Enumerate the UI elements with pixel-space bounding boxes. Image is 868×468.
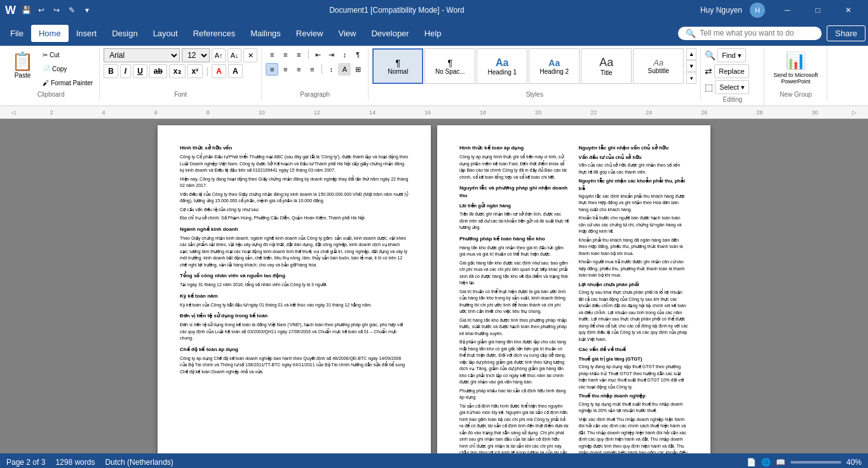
select-button[interactable]: Select ▾ xyxy=(715,80,749,94)
undo-icon[interactable]: ↩ xyxy=(35,4,48,17)
styles-expand[interactable]: ▾ xyxy=(686,72,696,84)
share-button[interactable]: Share xyxy=(827,25,865,41)
strikethrough-button[interactable]: ab xyxy=(149,64,167,78)
replace-button[interactable]: Replace xyxy=(714,64,749,78)
underline-button[interactable]: U xyxy=(133,64,147,78)
ruler-icon: ◁ xyxy=(11,109,16,116)
copy-button[interactable]: 📄 Copy xyxy=(40,62,95,75)
format-painter-button[interactable]: 🖌 Format Painter xyxy=(40,76,95,89)
styles-scroll-up[interactable]: ▲ xyxy=(686,48,696,60)
font-family-select[interactable]: Arial xyxy=(104,48,180,62)
menu-file[interactable]: File xyxy=(3,25,31,42)
decrease-indent-button[interactable]: ⇤ xyxy=(311,48,324,61)
font-size-select[interactable]: 12 xyxy=(182,48,210,62)
line-spacing-button[interactable]: ↕ xyxy=(325,63,337,76)
paragraph-label: Paragraph xyxy=(262,91,368,98)
right-para-7: Bộ phận giảm giá hàng tồn kho được lập c… xyxy=(459,339,569,386)
right-col-heading-5: Các vấn đề về thuế xyxy=(579,346,689,354)
border-button[interactable]: ⊞ xyxy=(351,63,364,76)
bold-button[interactable]: B xyxy=(104,64,118,78)
word-logo-icon: W xyxy=(5,4,16,17)
font-size-increase-button[interactable]: A↑ xyxy=(212,48,226,62)
qat-customize-icon[interactable]: ▾ xyxy=(81,4,93,17)
justify-button[interactable]: ≡ xyxy=(306,63,318,76)
font-size-decrease-button[interactable]: A↓ xyxy=(227,48,241,62)
send-to-ppt-label: Send to MicrosoftPowerPoint xyxy=(773,72,818,85)
left-para-10: Công ty áp dụng Chế độ kế toán doanh ngh… xyxy=(180,355,409,376)
left-para-9: Đơn vị tiền tệ sử dụng trong kế toán là … xyxy=(180,322,409,342)
menu-home[interactable]: Home xyxy=(31,25,69,42)
left-para-8: Kỳ kế toán của Công ty bắt đầu từ ngày 0… xyxy=(180,302,409,309)
style-no-spacing[interactable]: ¶ No Spac... xyxy=(424,48,475,84)
align-right-button[interactable]: ≡ xyxy=(292,63,305,76)
italic-button[interactable]: I xyxy=(120,64,131,78)
menu-review[interactable]: Review xyxy=(288,25,331,42)
minimize-button[interactable]: ─ xyxy=(773,0,802,20)
menu-view[interactable]: View xyxy=(330,25,363,42)
user-avatar: H xyxy=(750,3,765,18)
menu-design[interactable]: Design xyxy=(104,25,145,42)
styles-scroll-down[interactable]: ▼ xyxy=(686,60,696,72)
style-subtitle[interactable]: Aa Subtitle xyxy=(633,48,684,84)
find-button[interactable]: Find ▾ xyxy=(717,48,745,62)
pen-icon[interactable]: ✎ xyxy=(65,4,78,17)
menu-layout[interactable]: Layout xyxy=(146,25,186,42)
right-para-4: Giá gốc hàng tồn kho được xác định như s… xyxy=(459,260,569,287)
styles-label: Styles xyxy=(369,91,700,98)
right-para-3: Hàng tồn kho được ghi nhận theo giá trị … xyxy=(459,245,569,258)
show-marks-button[interactable]: ¶ xyxy=(351,48,364,61)
document-area[interactable]: Hình thức sở hữu vốn Công ty Cổ phần Đầu… xyxy=(0,119,868,453)
subscript-button[interactable]: x₂ xyxy=(169,64,186,78)
menu-insert[interactable]: Insert xyxy=(69,25,105,42)
copy-icon: 📄 xyxy=(43,65,50,72)
format-painter-icon: 🖌 xyxy=(43,79,49,86)
replace-icon: ⇄ xyxy=(705,66,712,76)
menu-mailings[interactable]: Mailings xyxy=(243,25,288,42)
style-heading2[interactable]: Aa Heading 2 xyxy=(529,48,580,84)
paste-icon: 📋 xyxy=(11,51,34,72)
superscript-button[interactable]: x² xyxy=(187,64,203,78)
right-col-para-5: Khoản người mua trả trước được ghi nhận … xyxy=(579,259,689,279)
find-row: 🔍 Find ▾ xyxy=(705,48,749,62)
sort-button[interactable]: ↕ xyxy=(338,48,351,61)
text-color-button[interactable]: A xyxy=(212,64,226,78)
style-heading1[interactable]: Aa Heading 1 xyxy=(477,48,527,84)
multilevel-list-button[interactable]: ≡ xyxy=(292,48,305,61)
right-para-1: Công ty áp dụng hình thức ghi sổ tiền má… xyxy=(459,154,569,181)
clear-format-button[interactable]: ✕ xyxy=(243,48,257,62)
title-bar-center: Document1 [Compatibility Mode] - Word xyxy=(93,6,700,15)
menu-references[interactable]: References xyxy=(186,25,243,42)
right-page-left-col: Hình thức kế toán áp dụng Công ty áp dụn… xyxy=(459,144,569,453)
view-read-icon[interactable]: 📖 xyxy=(776,458,785,467)
paste-button[interactable]: 📋 Paste xyxy=(6,48,39,81)
align-left-button[interactable]: ≡ xyxy=(266,63,278,76)
save-icon[interactable]: 💾 xyxy=(20,4,32,17)
send-to-ppt-button[interactable]: 📊 Send to MicrosoftPowerPoint xyxy=(768,48,823,87)
shading-button[interactable]: A xyxy=(338,63,351,76)
maximize-button[interactable]: □ xyxy=(803,0,832,20)
style-title[interactable]: Aa Title xyxy=(581,48,632,84)
search-input[interactable] xyxy=(700,29,814,38)
numbered-list-button[interactable]: ≡ xyxy=(279,48,292,61)
left-para-5: Địa chỉ trụ sở chính: Số Phạm Hùng, Phườ… xyxy=(180,215,409,222)
view-web-icon[interactable]: 🌐 xyxy=(761,458,771,467)
bullet-list-button[interactable]: ≡ xyxy=(266,48,278,61)
styles-row: ¶ Normal ¶ No Spac... Aa Heading 1 Aa He… xyxy=(372,48,696,84)
menu-help[interactable]: Help xyxy=(417,25,449,42)
increase-indent-button[interactable]: ⇥ xyxy=(325,48,337,61)
right-para-6: Giá trị hàng tồn kho được tính theo phươ… xyxy=(459,317,569,338)
menu-developer[interactable]: Developer xyxy=(363,25,416,42)
close-button[interactable]: ✕ xyxy=(834,0,863,20)
find-label: Find xyxy=(722,52,735,59)
cut-button[interactable]: ✂ Cut xyxy=(40,48,95,61)
left-heading-4: Kỳ kế toán năm xyxy=(180,292,409,300)
redo-icon[interactable]: ↪ xyxy=(50,4,63,17)
style-no-spacing-label: No Spac... xyxy=(435,68,465,75)
font-row-1: Arial 12 A↑ A↓ ✕ xyxy=(104,48,257,62)
zoom-slider[interactable] xyxy=(790,461,841,464)
style-normal[interactable]: ¶ Normal xyxy=(372,48,423,84)
align-center-button[interactable]: ≡ xyxy=(279,63,292,76)
view-normal-icon[interactable]: 📄 xyxy=(747,458,756,467)
word-count: 1298 words xyxy=(55,458,95,467)
highlight-color-button[interactable]: A xyxy=(228,64,243,78)
